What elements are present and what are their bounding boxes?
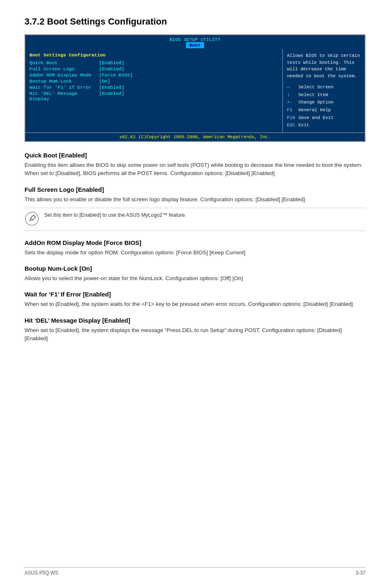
content-section-quick-boot: Quick Boot [Enabled]Enabling this item a… [25, 152, 365, 178]
bios-nav-row: F10Save and Exit [287, 114, 361, 122]
section-body: This allows you to enable or disable the… [25, 195, 365, 204]
svg-point-0 [25, 212, 38, 225]
section-heading: Wait for ‘F1’ If Error [Enabled] [25, 291, 365, 298]
content-sections: Quick Boot [Enabled]Enabling this item a… [25, 152, 365, 343]
note-box: Set this item to [Enabled] to use the AS… [25, 208, 365, 231]
section-heading: Quick Boot [Enabled] [25, 152, 365, 159]
bios-item: Wait for 'F1' if Error[Enabled] [29, 85, 278, 90]
bios-nav-row: F1General Help [287, 106, 361, 114]
note-text: Set this item to [Enabled] to use the AS… [44, 211, 186, 219]
bios-item: Full Screen Logo[Enabled] [29, 66, 278, 72]
footer-left: ASUS P5Q WS [25, 570, 58, 576]
bios-item-label: Wait for 'F1' if Error [29, 85, 99, 90]
section-body: Allows you to select the power-on state … [25, 274, 365, 283]
bios-utility-label: BIOS SETUP UTILITY [170, 37, 220, 42]
bios-items: Quick Boot[Enabled]Full Screen Logo[Enab… [29, 60, 278, 101]
bios-item-value: [Enabled] [99, 91, 124, 101]
bios-nav-desc: Change Option [298, 99, 334, 106]
content-section-addon-rom: AddOn ROM Display Mode [Force BIOS]Sets … [25, 239, 365, 257]
bios-item-value: [Enabled] [99, 60, 124, 65]
bios-right-panel: Allows BIOS to skip certain tests while … [283, 49, 365, 132]
bios-nav-key: ↕ [287, 91, 297, 99]
bios-nav: ↔Select Screen↕Select Item+-Change Optio… [287, 83, 361, 129]
section-body: When set to [Enabled], the system waits … [25, 300, 365, 308]
bios-nav-key: F1 [287, 106, 297, 114]
bios-help-text: Allows BIOS to skip certain tests while … [287, 52, 361, 79]
bios-nav-desc: General Help [298, 106, 331, 114]
content-section-full-screen-logo: Full Screen Logo [Enabled]This allows yo… [25, 186, 365, 231]
bios-nav-desc: Save and Exit [298, 114, 334, 122]
section-heading: Hit ‘DEL’ Message Display [Enabled] [25, 317, 365, 324]
bios-nav-row: ↔Select Screen [287, 83, 361, 91]
bios-left-panel: Boot Settings Configuration Quick Boot[E… [25, 49, 283, 132]
bios-item-value: [On] [99, 79, 110, 84]
bios-body: Boot Settings Configuration Quick Boot[E… [25, 49, 365, 132]
bios-header: BIOS SETUP UTILITY Boot [25, 35, 365, 49]
page-footer: ASUS P5Q WS 3-37 [25, 567, 365, 576]
section-heading: Full Screen Logo [Enabled] [25, 186, 365, 193]
content-section-bootup-numlock: Bootup Num-Lock [On]Allows you to select… [25, 265, 365, 283]
bios-nav-row: ESCExit [287, 121, 361, 129]
bios-nav-row: ↕Select Item [287, 91, 361, 99]
bios-nav-key: ↔ [287, 83, 297, 91]
bios-nav-desc: Select Screen [298, 83, 334, 91]
bios-item-value: [Enabled] [99, 85, 124, 90]
bios-nav-key: F10 [287, 114, 297, 122]
bios-nav-key: ESC [287, 121, 297, 129]
bios-setup-box: BIOS SETUP UTILITY Boot Boot Settings Co… [25, 34, 365, 142]
section-body: Enabling this item allows the BIOS to sk… [25, 161, 365, 178]
bios-item: Quick Boot[Enabled] [29, 60, 278, 65]
bios-item: Bootup Num-Lock[On] [29, 79, 278, 84]
bios-tab-boot[interactable]: Boot [186, 42, 204, 48]
bios-nav-row: +-Change Option [287, 99, 361, 106]
section-body: When set to [Enabled], the system displa… [25, 326, 365, 343]
footer-right: 3-37 [356, 570, 365, 576]
bios-item: AddOn ROM Display Mode[Force BIOS] [29, 72, 278, 78]
bios-nav-desc: Exit [298, 121, 309, 129]
note-icon [25, 211, 39, 227]
bios-item-label: Bootup Num-Lock [29, 79, 99, 84]
bios-section-title: Boot Settings Configuration [29, 52, 278, 58]
section-heading: Bootup Num-Lock [On] [25, 265, 365, 272]
bios-item-value: [Force BIOS] [99, 72, 133, 78]
bios-item-label: Quick Boot [29, 60, 99, 65]
bios-footer: v02.61 (C)Copyright 1985-2008, American … [25, 132, 365, 141]
bios-item-label: Full Screen Logo [29, 66, 99, 72]
bios-item-label: Hit 'DEL' Message Display [29, 91, 99, 101]
bios-nav-key: +- [287, 99, 297, 106]
content-section-wait-f1: Wait for ‘F1’ If Error [Enabled]When set… [25, 291, 365, 308]
bios-item-label: AddOn ROM Display Mode [29, 72, 99, 78]
section-heading: AddOn ROM Display Mode [Force BIOS] [25, 239, 365, 246]
section-body: Sets the display mode for option ROM. Co… [25, 249, 365, 257]
page-title: 3.7.2 Boot Settings Configuration [25, 16, 365, 27]
bios-nav-desc: Select Item [298, 91, 328, 99]
bios-item: Hit 'DEL' Message Display[Enabled] [29, 91, 278, 101]
content-section-hit-del: Hit ‘DEL’ Message Display [Enabled]When … [25, 317, 365, 343]
bios-item-value: [Enabled] [99, 66, 124, 72]
